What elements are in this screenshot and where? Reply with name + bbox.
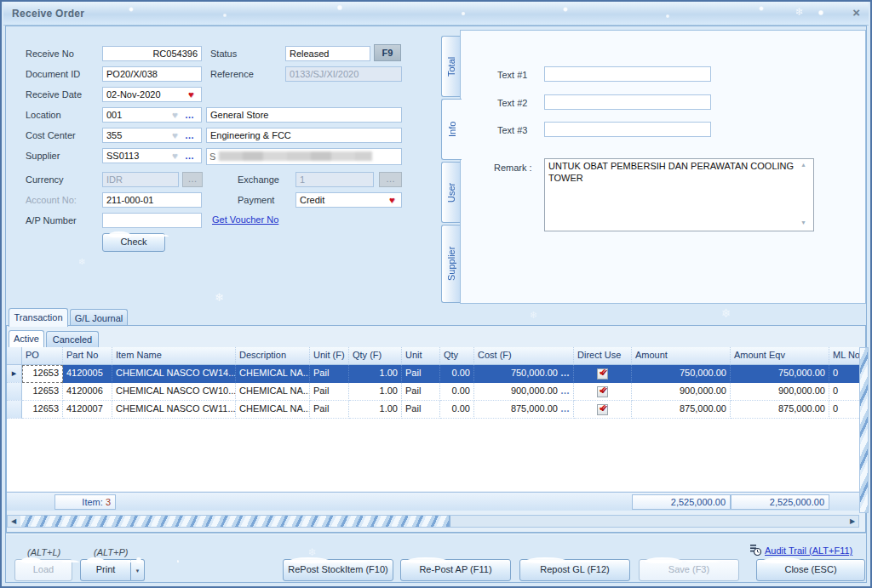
cell-direct-use[interactable]: ✔	[574, 365, 632, 383]
cell-qty[interactable]: 0.00	[440, 365, 474, 383]
text1-field[interactable]	[544, 66, 711, 82]
close-button[interactable]: Close (ESC)	[756, 559, 865, 581]
cell-description[interactable]: CHEMICAL NA...	[236, 401, 310, 419]
cell-qty-f[interactable]: 1.00	[349, 383, 402, 401]
cell-amount-eqv[interactable]: 750,000.00	[731, 365, 829, 383]
remark-scroll-up-icon[interactable]: ▲	[800, 162, 806, 168]
col-header-ml-no[interactable]: ML No.	[829, 347, 859, 365]
cell-amount[interactable]: 750,000.00	[632, 365, 731, 383]
repost-ap-button[interactable]: Re-Post AP (F11)	[400, 559, 511, 581]
scroll-left-icon[interactable]: ◀	[8, 516, 20, 527]
cell-item-name[interactable]: CHEMICAL NASCO CW14...	[112, 365, 236, 383]
supplier-lookup-icon[interactable]: …	[185, 151, 195, 160]
payment-dropdown-heart-icon[interactable]: ♥	[389, 196, 395, 205]
receive-no-field[interactable]	[102, 46, 202, 61]
cell-po[interactable]: 12653	[22, 401, 63, 419]
date-dropdown-heart-icon[interactable]: ♥	[188, 90, 194, 100]
cell-qty-f[interactable]: 1.00	[349, 365, 402, 383]
table-row[interactable]: 12653 4120006 CHEMICAL NASCO CW10... CHE…	[7, 383, 859, 401]
col-header-amount-eqv[interactable]: Amount Eqv	[731, 347, 829, 365]
receive-date-field[interactable]	[102, 87, 202, 102]
cell-unit[interactable]: Pail	[402, 365, 440, 383]
cell-cost-f[interactable]: 900,000.00 …	[474, 383, 574, 401]
status-field[interactable]	[285, 46, 370, 61]
tab-gl-journal[interactable]: G/L Journal	[70, 309, 128, 327]
supplier-heart-icon[interactable]: ♥	[172, 151, 178, 161]
row-selector-cell[interactable]	[7, 401, 22, 419]
account-no-field[interactable]	[102, 192, 202, 208]
cell-part-no[interactable]: 4120006	[63, 383, 112, 401]
cell-item-name[interactable]: CHEMICAL NASCO CW11...	[112, 401, 236, 419]
location-heart-icon[interactable]: ♥	[172, 111, 178, 120]
cell-item-name[interactable]: CHEMICAL NASCO CW10...	[112, 383, 236, 401]
col-header-item-name[interactable]: Item Name	[112, 347, 236, 365]
col-header-qty-f[interactable]: Qty (F)	[349, 347, 402, 365]
col-header-description[interactable]: Description	[236, 347, 310, 365]
tab-canceled[interactable]: Canceled	[46, 331, 99, 348]
repost-stockitem-button[interactable]: RePost StockItem (F10)	[283, 559, 393, 581]
horizontal-scrollbar-thumb[interactable]	[20, 516, 450, 527]
side-tab-info[interactable]: Info	[441, 99, 462, 160]
cell-unit-f[interactable]: Pail	[310, 365, 349, 383]
remark-textarea[interactable]: UNTUK OBAT PEMBERSIH DAN PERAWATAN COOLI…	[544, 158, 814, 231]
col-header-po[interactable]: PO	[22, 347, 63, 365]
side-tab-user[interactable]: User	[441, 162, 460, 223]
cell-unit[interactable]: Pail	[402, 401, 440, 419]
cost-ellipsis-icon[interactable]: …	[560, 403, 570, 414]
cell-cost-f[interactable]: 875,000.00 …	[474, 401, 574, 419]
print-button[interactable]: Print	[80, 559, 131, 581]
side-tab-total[interactable]: Total	[441, 36, 460, 97]
side-tab-supplier[interactable]: Supplier	[441, 225, 460, 303]
cell-po[interactable]: 12653	[22, 365, 63, 383]
cell-ml-no[interactable]: 0	[829, 383, 859, 401]
cell-qty-f[interactable]: 1.00	[349, 401, 402, 419]
col-header-amount[interactable]: Amount	[632, 347, 731, 365]
print-dropdown-button[interactable]: ▼	[131, 559, 145, 581]
repost-gl-button[interactable]: Repost GL (F12)	[519, 559, 630, 581]
document-id-field[interactable]	[102, 66, 202, 82]
supplier-name-field[interactable]: S	[206, 148, 402, 165]
cell-po[interactable]: 12653	[22, 383, 63, 401]
cell-ml-no[interactable]: 0	[829, 401, 859, 419]
cost-ellipsis-icon[interactable]: …	[560, 385, 570, 396]
cell-ml-no[interactable]: 0	[829, 365, 859, 383]
cell-amount[interactable]: 900,000.00	[632, 383, 731, 401]
status-f9-button[interactable]: F9	[374, 44, 401, 61]
col-header-part-no[interactable]: Part No	[63, 347, 112, 365]
table-row[interactable]: 12653 4120007 CHEMICAL NASCO CW11... CHE…	[7, 401, 859, 419]
get-voucher-link[interactable]: Get Voucher No	[212, 214, 278, 225]
cell-amount-eqv[interactable]: 875,000.00	[731, 401, 829, 419]
cost-ellipsis-icon[interactable]: …	[560, 368, 570, 378]
cost-center-name-field[interactable]	[206, 128, 402, 143]
horizontal-scrollbar[interactable]: ◀ ▶	[7, 515, 859, 528]
cell-description[interactable]: CHEMICAL NA...	[236, 383, 310, 401]
text3-field[interactable]	[544, 122, 711, 137]
location-name-field[interactable]	[206, 107, 402, 123]
cell-qty[interactable]: 0.00	[440, 383, 474, 401]
cost-center-heart-icon[interactable]: ♥	[172, 131, 178, 140]
cell-unit[interactable]: Pail	[402, 383, 440, 401]
col-header-unit[interactable]: Unit	[402, 347, 440, 365]
row-selector-cell[interactable]	[7, 383, 22, 401]
cell-cost-f[interactable]: 750,000.00 …	[474, 365, 574, 383]
payment-field[interactable]	[295, 192, 402, 208]
scroll-right-icon[interactable]: ▶	[846, 516, 858, 527]
cell-direct-use[interactable]: ✔	[574, 383, 632, 401]
col-header-qty[interactable]: Qty	[440, 347, 474, 365]
cost-center-lookup-icon[interactable]: …	[185, 131, 195, 140]
location-lookup-icon[interactable]: …	[185, 111, 195, 119]
vertical-scrollbar[interactable]	[859, 347, 869, 513]
cell-direct-use[interactable]: ✔	[574, 401, 632, 419]
cell-part-no[interactable]: 4120005	[63, 365, 112, 383]
col-header-unit-f[interactable]: Unit (F)	[310, 347, 349, 365]
table-row[interactable]: ▸ 12653 4120005 CHEMICAL NASCO CW14... C…	[7, 365, 859, 383]
text2-field[interactable]	[544, 94, 711, 110]
cell-description[interactable]: CHEMICAL NA...	[236, 365, 310, 383]
remark-scroll-down-icon[interactable]: ▼	[800, 220, 806, 225]
cell-amount[interactable]: 875,000.00	[632, 401, 731, 419]
col-header-direct-use[interactable]: Direct Use	[574, 347, 632, 365]
col-header-cost-f[interactable]: Cost (F)	[474, 347, 574, 365]
check-button[interactable]: Check	[102, 233, 165, 252]
tab-active[interactable]: Active	[9, 330, 44, 347]
ap-number-field[interactable]	[102, 213, 202, 228]
